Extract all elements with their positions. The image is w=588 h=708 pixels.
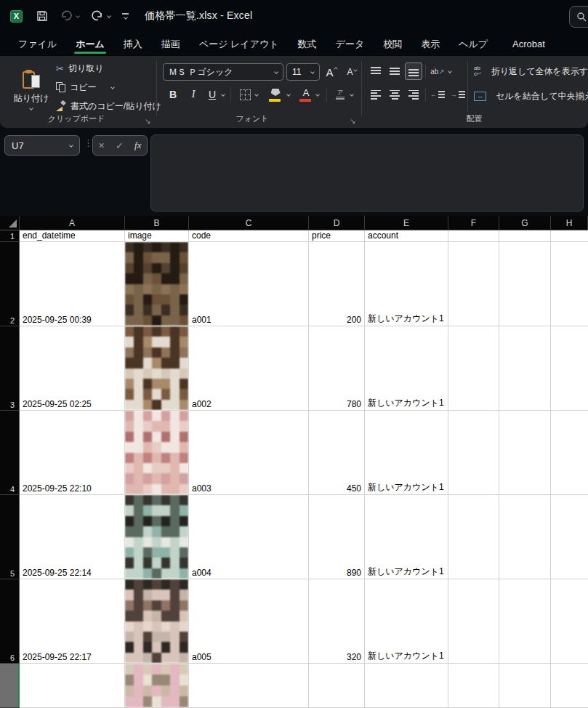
tab-page-layout[interactable]: ページ レイアウト [190, 32, 289, 57]
align-left-button[interactable] [367, 86, 384, 103]
cell-f1[interactable] [448, 230, 499, 242]
cell-b3[interactable] [125, 326, 189, 411]
bold-button[interactable]: B [164, 86, 182, 103]
cell-b7[interactable] [125, 664, 189, 708]
align-center-button[interactable] [386, 86, 403, 103]
column-header-b[interactable]: B [125, 216, 189, 230]
cell-h2[interactable] [551, 242, 588, 326]
cell-d4[interactable]: 450 [309, 411, 365, 495]
phonetic-guide-button[interactable]: ア [331, 86, 349, 103]
increase-indent-button[interactable]: → [449, 86, 467, 103]
cell-a2[interactable]: 2025-09-25 00:39 [20, 242, 125, 326]
cell-e1[interactable]: account [365, 230, 448, 242]
row-header-1[interactable]: 1 [0, 230, 20, 242]
row-header-3[interactable]: 3 [0, 326, 20, 411]
undo-dropdown-icon[interactable] [76, 14, 80, 18]
cell-a6[interactable]: 2025-09-25 22:17 [20, 579, 125, 664]
cell-a7[interactable] [20, 664, 125, 708]
cell-d1[interactable]: price [309, 230, 365, 242]
cell-f5[interactable] [448, 495, 499, 579]
font-size-select[interactable]: 11 [286, 63, 320, 81]
cell-f7[interactable] [448, 664, 499, 708]
row-header-7[interactable] [0, 664, 20, 708]
cell-e7[interactable] [365, 664, 448, 708]
search-button[interactable] [569, 6, 588, 28]
orientation-button[interactable]: ab↗ [429, 63, 446, 80]
cell-g1[interactable] [499, 230, 551, 242]
cell-e4[interactable]: 新しいアカウント1 [365, 411, 448, 495]
copy-button[interactable]: コピー [56, 80, 114, 94]
cell-g5[interactable] [499, 495, 551, 579]
tab-home[interactable]: ホーム [66, 32, 114, 57]
tab-insert[interactable]: 挿入 [114, 32, 152, 57]
font-color-button[interactable]: A [297, 86, 315, 103]
orientation-dropdown-icon[interactable] [446, 63, 454, 80]
cell-f4[interactable] [448, 411, 499, 495]
wrap-text-button[interactable]: abc↵ 折り返して全体を表示する [474, 64, 588, 79]
cell-e6[interactable]: 新しいアカウント1 [365, 579, 448, 664]
cell-h7[interactable] [551, 664, 588, 708]
font-dialog-launcher[interactable]: ↘ [350, 117, 355, 125]
cell-c7[interactable] [189, 664, 309, 708]
customize-quick-access-toolbar-button[interactable] [122, 13, 129, 19]
cell-b4[interactable] [125, 411, 189, 495]
decrease-font-size-button[interactable]: A [343, 63, 361, 81]
top-align-button[interactable] [367, 63, 384, 80]
middle-align-button[interactable] [386, 63, 403, 80]
cut-button[interactable]: ✂ 切り取り [56, 61, 103, 76]
bottom-align-button[interactable] [405, 63, 422, 80]
cell-d3[interactable]: 780 [309, 326, 365, 411]
cell-e2[interactable]: 新しいアカウント1 [365, 242, 448, 326]
cell-e5[interactable]: 新しいアカウント1 [365, 495, 448, 579]
column-header-h[interactable]: H [551, 216, 588, 230]
cell-g2[interactable] [499, 242, 551, 326]
cell-g6[interactable] [499, 579, 551, 664]
cancel-button[interactable]: × [99, 140, 105, 151]
merge-center-button[interactable]: ↔ セルを結合して中央揃え [474, 89, 588, 103]
insert-function-button[interactable]: fx [134, 140, 141, 151]
column-header-e[interactable]: E [365, 216, 448, 230]
cell-h1[interactable] [551, 230, 588, 242]
cell-g4[interactable] [499, 411, 551, 495]
cell-a4[interactable]: 2025-09-25 22:10 [20, 411, 125, 495]
row-header-2[interactable]: 2 [0, 242, 20, 326]
format-painter-button[interactable]: 書式のコピー/貼り付け [56, 99, 161, 113]
font-color-dropdown-icon[interactable] [313, 86, 322, 103]
column-header-g[interactable]: G [499, 216, 551, 230]
name-box[interactable]: U7 [4, 135, 80, 156]
cell-g7[interactable] [499, 664, 551, 708]
tab-help[interactable]: ヘルプ [449, 32, 497, 57]
column-header-c[interactable]: C [189, 216, 309, 230]
cell-d6[interactable]: 320 [309, 579, 365, 664]
tab-review[interactable]: 校閲 [374, 32, 411, 57]
cell-h3[interactable] [551, 326, 588, 411]
copy-dropdown-icon[interactable] [110, 85, 115, 89]
increase-font-size-button[interactable]: A [323, 63, 340, 81]
cell-c6[interactable]: a005 [189, 579, 309, 664]
cell-b1[interactable]: image [125, 230, 189, 242]
undo-button[interactable] [60, 10, 79, 22]
align-right-button[interactable] [405, 86, 422, 103]
cell-a5[interactable]: 2025-09-25 22:14 [20, 495, 125, 579]
redo-button[interactable] [91, 10, 110, 22]
cell-a3[interactable]: 2025-09-25 02:25 [20, 326, 125, 411]
underline-dropdown-icon[interactable] [219, 86, 227, 103]
borders-dropdown-icon[interactable] [252, 86, 261, 103]
paste-button[interactable]: 貼り付け [10, 61, 52, 118]
cell-d5[interactable]: 890 [309, 495, 365, 579]
tab-data[interactable]: データ [326, 32, 374, 57]
cell-c4[interactable]: a003 [189, 411, 309, 495]
redo-dropdown-icon[interactable] [107, 14, 111, 18]
row-header-4[interactable]: 4 [0, 411, 20, 495]
borders-button[interactable] [236, 86, 254, 103]
cell-h5[interactable] [551, 495, 588, 579]
tab-formulas[interactable]: 数式 [289, 32, 326, 57]
paste-dropdown-icon[interactable] [29, 106, 33, 110]
cell-d7[interactable] [309, 664, 365, 708]
cell-h4[interactable] [551, 411, 588, 495]
tab-draw[interactable]: 描画 [152, 32, 190, 57]
cell-c2[interactable]: a001 [189, 242, 309, 326]
cell-d2[interactable]: 200 [309, 242, 365, 326]
cell-f6[interactable] [448, 579, 499, 664]
cell-f3[interactable] [448, 326, 499, 411]
